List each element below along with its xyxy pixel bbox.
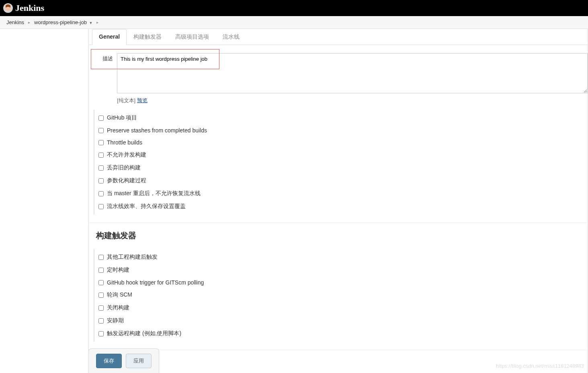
chevron-down-icon: ▼ <box>89 21 93 25</box>
breadcrumb: Jenkins ▸ wordpress-pipeline-job ▼ ▸ <box>0 16 588 29</box>
config-tabs: General 构建触发器 高级项目选项 流水线 <box>89 29 588 45</box>
breadcrumb-separator-icon: ▸ <box>28 20 30 25</box>
breadcrumb-item-root[interactable]: Jenkins <box>6 19 24 25</box>
option-durability[interactable]: 流水线效率、持久保存设置覆盖 <box>98 200 588 213</box>
breadcrumb-item-job[interactable]: wordpress-pipeline-job ▼ <box>34 19 92 25</box>
jenkins-logo-icon <box>3 3 13 13</box>
general-options-block: GitHub 项目 Preserve stashes from complete… <box>94 110 588 214</box>
option-no-concurrent[interactable]: 不允许并发构建 <box>98 148 588 161</box>
description-label: 描述 <box>89 45 117 62</box>
checkbox-trigger-upstream[interactable] <box>98 255 104 260</box>
checkbox-trigger-cron[interactable] <box>98 268 104 273</box>
breadcrumb-separator-icon: ▸ <box>96 20 98 25</box>
bottom-actions: 保存 应用 <box>88 348 159 373</box>
checkbox-trigger-disable-build[interactable] <box>98 305 104 311</box>
checkbox-no-concurrent[interactable] <box>98 152 104 158</box>
checkbox-trigger-github-hook[interactable] <box>98 280 104 285</box>
product-name: Jenkins <box>15 3 44 13</box>
trigger-poll-scm[interactable]: 轮询 SCM <box>98 289 588 301</box>
option-discard-old[interactable]: 丢弃旧的构建 <box>98 161 588 174</box>
config-form: General 构建触发器 高级项目选项 流水线 描述 [纯文本] 预览 Git… <box>88 29 588 373</box>
trigger-remote[interactable]: 触发远程构建 (例如,使用脚本) <box>98 327 588 340</box>
tab-triggers[interactable]: 构建触发器 <box>127 29 168 45</box>
section-heading-advanced: 高级项目选项 <box>89 350 588 371</box>
checkbox-trigger-remote[interactable] <box>98 331 104 336</box>
option-github-project[interactable]: GitHub 项目 <box>98 111 588 124</box>
apply-button[interactable]: 应用 <box>126 354 152 368</box>
option-preserve-stashes[interactable]: Preserve stashes from completed builds <box>98 124 588 136</box>
trigger-github-hook[interactable]: GitHub hook trigger for GITScm polling <box>98 276 588 289</box>
section-heading-triggers: 构建触发器 <box>89 223 588 243</box>
checkbox-parameterized[interactable] <box>98 178 104 183</box>
description-row: 描述 <box>89 45 588 95</box>
checkbox-github-project[interactable] <box>98 115 104 121</box>
trigger-cron[interactable]: 定时构建 <box>98 264 588 276</box>
preview-link[interactable]: 预览 <box>137 97 148 103</box>
description-input[interactable] <box>117 53 588 93</box>
checkbox-preserve-stashes[interactable] <box>98 128 104 133</box>
triggers-block: 其他工程构建后触发 定时构建 GitHub hook trigger for G… <box>94 249 588 342</box>
checkbox-trigger-quiet-period[interactable] <box>98 318 104 324</box>
trigger-disable-build[interactable]: 关闭构建 <box>98 301 588 314</box>
trigger-upstream[interactable]: 其他工程构建后触发 <box>98 251 588 264</box>
checkbox-discard-old[interactable] <box>98 165 104 171</box>
tab-general[interactable]: General <box>92 29 127 45</box>
checkbox-throttle-builds[interactable] <box>98 140 104 145</box>
checkbox-no-resume[interactable] <box>98 191 104 196</box>
checkbox-trigger-poll-scm[interactable] <box>98 293 104 298</box>
tab-advanced[interactable]: 高级项目选项 <box>168 29 216 45</box>
description-format-hint: [纯文本] 预览 <box>117 97 588 104</box>
option-no-resume[interactable]: 当 master 重启后，不允许恢复流水线 <box>98 187 588 200</box>
form-body: 描述 [纯文本] 预览 GitHub 项目 Preserve stashes f… <box>89 45 588 373</box>
top-header: Jenkins <box>0 0 588 16</box>
option-parameterized[interactable]: 参数化构建过程 <box>98 174 588 187</box>
save-button[interactable]: 保存 <box>96 354 122 368</box>
tab-pipeline[interactable]: 流水线 <box>216 29 246 45</box>
option-throttle-builds[interactable]: Throttle builds <box>98 136 588 148</box>
logo[interactable]: Jenkins <box>3 3 44 13</box>
main-content: General 构建触发器 高级项目选项 流水线 描述 [纯文本] 预览 Git… <box>88 29 588 373</box>
trigger-quiet-period[interactable]: 安静期 <box>98 314 588 327</box>
checkbox-durability[interactable] <box>98 204 104 209</box>
